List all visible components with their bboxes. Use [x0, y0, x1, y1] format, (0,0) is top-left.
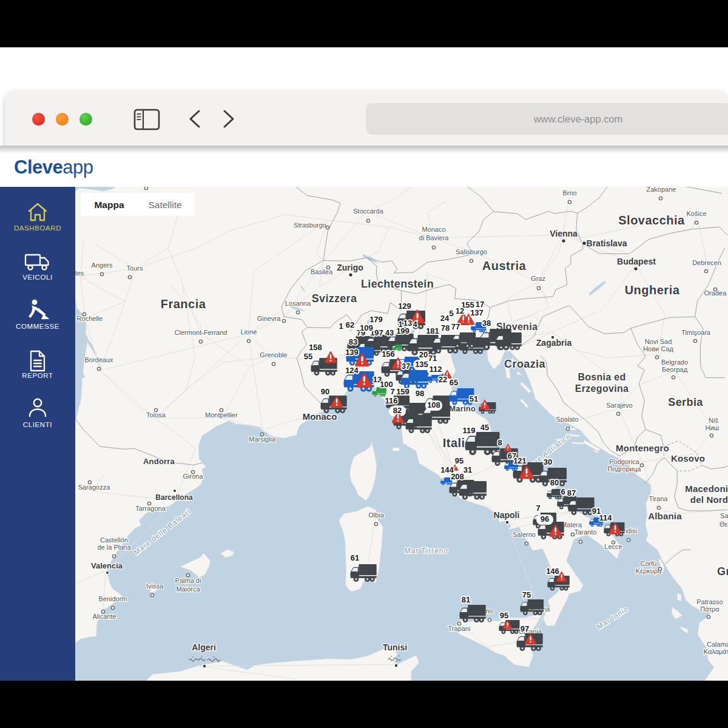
svg-text:61: 61: [351, 553, 359, 562]
svg-text:20: 20: [419, 350, 428, 359]
svg-text:83: 83: [349, 337, 357, 346]
svg-text:Castellón: Castellón: [100, 536, 128, 544]
svg-text:24: 24: [440, 314, 450, 323]
svg-text:51: 51: [470, 394, 478, 403]
svg-text:82: 82: [393, 406, 402, 415]
svg-text:Sarajevo: Sarajevo: [606, 402, 632, 409]
svg-text:Подгорица: Подгорица: [608, 465, 642, 473]
svg-text:71: 71: [428, 354, 437, 363]
svg-text:Καλαμάτα: Καλαμάτα: [704, 648, 728, 655]
svg-text:Satellite: Satellite: [148, 200, 181, 210]
svg-text:8: 8: [497, 438, 502, 447]
svg-text:Ungheria: Ungheria: [625, 283, 680, 297]
svg-text:tes: tes: [75, 269, 84, 277]
svg-text:Tours: Tours: [127, 265, 143, 272]
svg-text:Serbia: Serbia: [668, 396, 703, 408]
svg-text:Πάτρα: Πάτρα: [700, 605, 720, 613]
svg-text:Erzegovina: Erzegovina: [575, 383, 629, 394]
svg-text:129: 129: [398, 302, 411, 311]
svg-text:Barcellona: Barcellona: [155, 493, 193, 502]
svg-text:Κέρκυρα: Κέρκυρα: [636, 567, 662, 575]
svg-text:Novi Sad: Novi Sad: [645, 338, 672, 345]
svg-text:Saragozza: Saragozza: [78, 484, 110, 491]
svg-text:Tunisi: Tunisi: [383, 642, 407, 652]
svg-text:4: 4: [413, 320, 417, 329]
svg-text:Spalato: Spalato: [556, 416, 578, 423]
svg-text:Tarragona: Tarragona: [135, 505, 166, 512]
svg-text:5: 5: [449, 309, 453, 318]
svg-text:Andorra: Andorra: [143, 457, 175, 466]
svg-text:Podgorica: Podgorica: [609, 458, 639, 465]
svg-text:Strasburgo: Strasburgo: [294, 221, 326, 229]
svg-text:Ниш: Ниш: [706, 424, 720, 431]
svg-text:Θεσ: Θεσ: [720, 521, 728, 528]
svg-text:Tolosa: Tolosa: [146, 411, 166, 419]
svg-text:124: 124: [345, 366, 359, 375]
svg-text:Budapest: Budapest: [617, 257, 656, 266]
svg-text:17: 17: [476, 300, 484, 309]
svg-text:Olbia: Olbia: [368, 511, 385, 519]
svg-text:12: 12: [456, 306, 464, 315]
svg-text:95: 95: [500, 611, 508, 620]
svg-text:Calama: Calama: [707, 641, 728, 648]
svg-text:7: 7: [536, 504, 540, 513]
svg-text:Maiorca: Maiorca: [176, 585, 200, 593]
svg-text:38: 38: [482, 318, 491, 328]
svg-text:Angers: Angers: [92, 261, 113, 269]
svg-text:Francia: Francia: [161, 297, 206, 311]
svg-text:30: 30: [544, 457, 552, 467]
svg-text:Montenegro: Montenegro: [616, 443, 669, 453]
svg-text:75: 75: [522, 590, 531, 599]
svg-text:Taranto: Taranto: [575, 528, 597, 536]
svg-text:65: 65: [450, 378, 458, 387]
svg-text:Grenoble: Grenoble: [260, 351, 287, 359]
svg-text:Liechtenstein: Liechtenstein: [361, 278, 434, 290]
svg-text:Vienna: Vienna: [550, 229, 578, 238]
svg-text:158: 158: [309, 343, 322, 352]
svg-text:Lione: Lione: [241, 328, 257, 335]
svg-text:Београд: Београд: [662, 366, 688, 373]
svg-text:119: 119: [463, 426, 476, 435]
svg-text:78: 78: [441, 323, 450, 332]
svg-text:31: 31: [463, 465, 472, 474]
svg-text:Sal: Sal: [720, 512, 728, 519]
svg-text:43: 43: [385, 328, 394, 337]
svg-text:Ivissa: Ivissa: [146, 582, 164, 590]
svg-text:Napoli: Napoli: [494, 510, 520, 520]
svg-text:Zakopane: Zakopane: [647, 187, 676, 193]
svg-text:Niš: Niš: [709, 417, 718, 424]
svg-text:80: 80: [550, 478, 559, 487]
svg-text:Ginevra: Ginevra: [257, 315, 281, 322]
svg-text:Patrasso: Patrasso: [696, 598, 723, 605]
svg-text:Brno: Brno: [562, 189, 576, 197]
svg-text:Losanna: Losanna: [285, 300, 311, 307]
svg-text:Benidorm: Benidorm: [98, 595, 127, 602]
svg-text:Austria: Austria: [482, 259, 527, 272]
svg-text:Košice: Košice: [686, 210, 706, 217]
svg-text:108: 108: [427, 400, 440, 410]
svg-text:37: 37: [402, 362, 410, 371]
svg-text:45: 45: [480, 423, 489, 432]
svg-text:Algeri: Algeri: [192, 642, 216, 652]
svg-text:208: 208: [451, 472, 464, 481]
svg-text:81: 81: [462, 595, 470, 604]
svg-text:Montpellier: Montpellier: [205, 411, 238, 419]
svg-text:90: 90: [321, 387, 329, 396]
svg-text:Salerno: Salerno: [513, 531, 536, 538]
svg-text:Macedonia: Macedonia: [685, 484, 728, 494]
svg-text:Zurigo: Zurigo: [337, 263, 363, 272]
svg-text:Gr: Gr: [717, 565, 728, 578]
svg-text:Zagabria: Zagabria: [536, 338, 572, 348]
svg-text:135: 135: [415, 360, 428, 369]
svg-text:121: 121: [513, 456, 527, 465]
svg-text:di Baviera: di Baviera: [419, 234, 450, 241]
svg-text:112: 112: [430, 365, 442, 374]
svg-text:62: 62: [346, 320, 354, 329]
svg-text:Valencia: Valencia: [91, 561, 123, 570]
svg-text:95: 95: [455, 456, 463, 465]
svg-text:1: 1: [398, 320, 402, 329]
svg-text:de la Plana: de la Plana: [97, 544, 131, 551]
svg-text:Bosnia ed: Bosnia ed: [578, 372, 625, 382]
svg-text:97: 97: [521, 624, 529, 633]
svg-text:116: 116: [385, 396, 398, 405]
